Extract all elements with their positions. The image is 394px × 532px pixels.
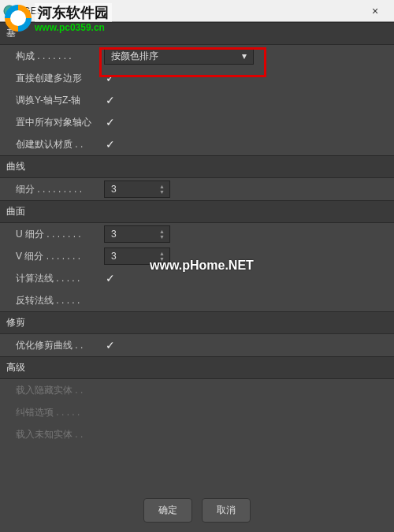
load-hidden-checkbox[interactable] xyxy=(104,384,117,396)
error-opts-label: 纠错选项 . . . . . xyxy=(16,406,104,419)
swap-yz-checkbox[interactable]: ✓ xyxy=(104,94,117,106)
create-poly-checkbox[interactable]: ✓ xyxy=(104,72,117,84)
curve-subdiv-label: 细分 . . . . . . . . . xyxy=(16,183,104,196)
row-load-hidden: 载入隐藏实体 . . xyxy=(0,379,394,401)
section-trim-header: 修剪 xyxy=(0,311,394,334)
row-composition: 构成 . . . . . . . 按颜色排序 ▾ xyxy=(0,45,394,67)
curve-subdiv-spinner[interactable]: 3 ▲▼ xyxy=(104,180,170,198)
u-subdiv-spinner[interactable]: 3 ▲▼ xyxy=(104,225,170,243)
spinner-arrows-icon[interactable]: ▲▼ xyxy=(159,184,165,195)
optimize-trim-label: 优化修剪曲线 . . xyxy=(16,339,104,352)
footer: 确定 取消 xyxy=(0,498,394,523)
invert-normal-label: 反转法线 . . . . . xyxy=(16,294,104,307)
compute-normal-checkbox[interactable]: ✓ xyxy=(104,272,117,285)
center-label: 置中所有对象轴心 xyxy=(16,116,104,129)
load-unknown-checkbox[interactable] xyxy=(104,428,117,441)
content: 基 构成 . . . . . . . 按颜色排序 ▾ 直接创建多边形 ✓ 调换Y… xyxy=(0,22,394,445)
row-invert-normal: 反转法线 . . . . . xyxy=(0,289,394,311)
row-swap-yz: 调换Y-轴与Z-轴 ✓ xyxy=(0,89,394,111)
v-subdiv-label: V 细分 . . . . . . . xyxy=(16,250,104,263)
optimize-trim-checkbox[interactable]: ✓ xyxy=(104,339,117,352)
u-subdiv-label: U 细分 . . . . . . . xyxy=(16,228,104,241)
watermark-logo: 河东软件园 www.pc0359.cn xyxy=(5,3,112,33)
row-center: 置中所有对象轴心 ✓ xyxy=(0,111,394,133)
section-advanced-header: 高级 xyxy=(0,356,394,379)
create-poly-label: 直接创建多边形 xyxy=(16,72,104,85)
section-curve-header: 曲线 xyxy=(0,155,394,178)
row-u-subdiv: U 细分 . . . . . . . 3 ▲▼ xyxy=(0,223,394,245)
row-create-poly: 直接创建多边形 ✓ xyxy=(0,67,394,89)
composition-dropdown[interactable]: 按颜色排序 ▾ xyxy=(104,47,254,65)
row-optimize-trim: 优化修剪曲线 . . ✓ xyxy=(0,334,394,356)
row-curve-subdiv: 细分 . . . . . . . . . 3 ▲▼ xyxy=(0,178,394,200)
spinner-arrows-icon[interactable]: ▲▼ xyxy=(159,229,165,240)
row-error-opts: 纠错选项 . . . . . xyxy=(0,401,394,423)
section-surface-header: 曲面 xyxy=(0,200,394,223)
default-mat-checkbox[interactable]: ✓ xyxy=(104,138,117,151)
close-button[interactable]: × xyxy=(359,5,391,17)
load-hidden-label: 载入隐藏实体 . . xyxy=(16,384,104,397)
default-mat-label: 创建默认材质 . . xyxy=(16,138,104,151)
chevron-down-icon: ▾ xyxy=(242,50,247,61)
row-default-mat: 创建默认材质 . . ✓ xyxy=(0,133,394,155)
watermark-center: www.pHome.NET xyxy=(150,259,254,273)
cancel-button[interactable]: 取消 xyxy=(202,498,251,523)
center-checkbox[interactable]: ✓ xyxy=(104,116,117,128)
swap-yz-label: 调换Y-轴与Z-轴 xyxy=(16,94,104,107)
error-opts-checkbox[interactable] xyxy=(104,406,117,419)
compute-normal-label: 计算法线 . . . . . xyxy=(16,272,104,285)
row-load-unknown: 载入未知实体 . . xyxy=(0,423,394,445)
invert-normal-checkbox[interactable] xyxy=(104,294,117,307)
load-unknown-label: 载入未知实体 . . xyxy=(16,428,104,441)
ok-button[interactable]: 确定 xyxy=(143,498,192,523)
composition-label: 构成 . . . . . . . xyxy=(16,50,104,63)
